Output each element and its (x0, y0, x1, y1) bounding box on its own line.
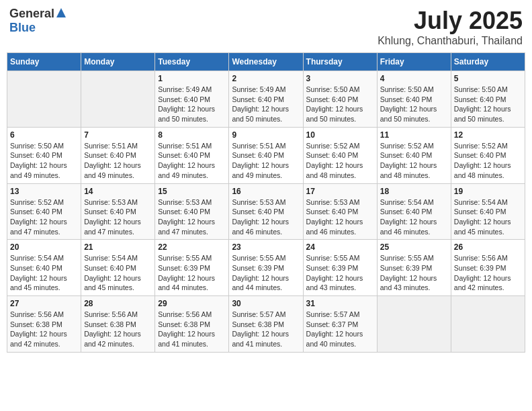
day-info: Sunrise: 5:51 AMSunset: 6:40 PMDaylight:… (158, 141, 226, 181)
day-number: 5 (454, 74, 522, 83)
calendar-cell: 12Sunrise: 5:52 AMSunset: 6:40 PMDayligh… (451, 127, 525, 183)
day-number: 14 (84, 187, 152, 196)
weekday-header-tuesday: Tuesday (155, 53, 229, 71)
day-number: 11 (380, 130, 448, 140)
day-number: 16 (232, 187, 300, 196)
calendar-cell: 2Sunrise: 5:49 AMSunset: 6:40 PMDaylight… (229, 71, 303, 128)
day-number: 8 (158, 130, 226, 140)
day-number: 27 (10, 299, 78, 308)
svg-marker-0 (56, 8, 66, 17)
calendar-cell: 25Sunrise: 5:55 AMSunset: 6:39 PMDayligh… (377, 240, 451, 296)
calendar-cell: 29Sunrise: 5:56 AMSunset: 6:38 PMDayligh… (155, 296, 229, 353)
day-info: Sunrise: 5:55 AMSunset: 6:39 PMDaylight:… (158, 253, 226, 293)
calendar-cell: 22Sunrise: 5:55 AMSunset: 6:39 PMDayligh… (155, 240, 229, 296)
title-section: July 2025 Khlung, Chanthaburi, Thailand (378, 7, 523, 47)
calendar-cell (377, 296, 451, 353)
day-number: 4 (380, 74, 448, 83)
day-number: 12 (454, 130, 522, 140)
weekday-header-thursday: Thursday (303, 53, 377, 71)
day-number: 2 (232, 74, 300, 83)
weekday-header-friday: Friday (377, 53, 451, 71)
day-number: 9 (232, 130, 300, 140)
day-number: 15 (158, 187, 226, 196)
day-info: Sunrise: 5:50 AMSunset: 6:40 PMDaylight:… (380, 85, 448, 124)
logo: General Blue (9, 7, 66, 35)
day-info: Sunrise: 5:56 AMSunset: 6:38 PMDaylight:… (10, 310, 78, 349)
day-info: Sunrise: 5:52 AMSunset: 6:40 PMDaylight:… (306, 141, 374, 181)
location-title: Khlung, Chanthaburi, Thailand (378, 35, 523, 47)
day-info: Sunrise: 5:51 AMSunset: 6:40 PMDaylight:… (232, 141, 300, 181)
day-info: Sunrise: 5:54 AMSunset: 6:40 PMDaylight:… (84, 253, 152, 293)
day-number: 29 (158, 299, 226, 308)
calendar-cell: 17Sunrise: 5:53 AMSunset: 6:40 PMDayligh… (303, 183, 377, 240)
calendar-cell: 11Sunrise: 5:52 AMSunset: 6:40 PMDayligh… (377, 127, 451, 183)
calendar-cell: 26Sunrise: 5:56 AMSunset: 6:39 PMDayligh… (451, 240, 525, 296)
calendar-cell: 5Sunrise: 5:50 AMSunset: 6:40 PMDaylight… (451, 71, 525, 128)
calendar-cell: 7Sunrise: 5:51 AMSunset: 6:40 PMDaylight… (81, 127, 155, 183)
day-number: 31 (306, 299, 374, 308)
day-number: 7 (84, 130, 152, 140)
day-info: Sunrise: 5:55 AMSunset: 6:39 PMDaylight:… (380, 253, 448, 293)
calendar-cell: 3Sunrise: 5:50 AMSunset: 6:40 PMDaylight… (303, 71, 377, 128)
day-info: Sunrise: 5:51 AMSunset: 6:40 PMDaylight:… (84, 141, 152, 181)
day-number: 19 (454, 187, 522, 196)
calendar: SundayMondayTuesdayWednesdayThursdayFrid… (7, 52, 525, 353)
calendar-cell: 16Sunrise: 5:53 AMSunset: 6:40 PMDayligh… (229, 183, 303, 240)
day-info: Sunrise: 5:50 AMSunset: 6:40 PMDaylight:… (454, 85, 522, 124)
calendar-cell: 24Sunrise: 5:55 AMSunset: 6:39 PMDayligh… (303, 240, 377, 296)
day-info: Sunrise: 5:53 AMSunset: 6:40 PMDaylight:… (306, 197, 374, 237)
calendar-cell: 8Sunrise: 5:51 AMSunset: 6:40 PMDaylight… (155, 127, 229, 183)
day-info: Sunrise: 5:57 AMSunset: 6:37 PMDaylight:… (306, 310, 374, 349)
day-number: 10 (306, 130, 374, 140)
weekday-header-wednesday: Wednesday (229, 53, 303, 71)
logo-triangle (56, 7, 66, 21)
day-info: Sunrise: 5:56 AMSunset: 6:38 PMDaylight:… (158, 310, 226, 349)
day-info: Sunrise: 5:49 AMSunset: 6:40 PMDaylight:… (158, 85, 226, 124)
day-number: 20 (10, 242, 78, 252)
day-info: Sunrise: 5:56 AMSunset: 6:38 PMDaylight:… (84, 310, 152, 349)
calendar-cell: 14Sunrise: 5:53 AMSunset: 6:40 PMDayligh… (81, 183, 155, 240)
calendar-cell (7, 71, 81, 128)
day-info: Sunrise: 5:53 AMSunset: 6:40 PMDaylight:… (232, 197, 300, 237)
day-number: 13 (10, 187, 78, 196)
calendar-cell: 15Sunrise: 5:53 AMSunset: 6:40 PMDayligh… (155, 183, 229, 240)
weekday-header-saturday: Saturday (451, 53, 525, 71)
day-info: Sunrise: 5:53 AMSunset: 6:40 PMDaylight:… (84, 197, 152, 237)
day-info: Sunrise: 5:52 AMSunset: 6:40 PMDaylight:… (380, 141, 448, 181)
calendar-cell: 4Sunrise: 5:50 AMSunset: 6:40 PMDaylight… (377, 71, 451, 128)
calendar-cell: 10Sunrise: 5:52 AMSunset: 6:40 PMDayligh… (303, 127, 377, 183)
day-number: 30 (232, 299, 300, 308)
calendar-cell: 27Sunrise: 5:56 AMSunset: 6:38 PMDayligh… (7, 296, 81, 353)
day-number: 28 (84, 299, 152, 308)
day-info: Sunrise: 5:52 AMSunset: 6:40 PMDaylight:… (10, 197, 78, 237)
day-number: 25 (380, 242, 448, 252)
calendar-cell: 23Sunrise: 5:55 AMSunset: 6:39 PMDayligh… (229, 240, 303, 296)
calendar-cell: 20Sunrise: 5:54 AMSunset: 6:40 PMDayligh… (7, 240, 81, 296)
calendar-cell: 9Sunrise: 5:51 AMSunset: 6:40 PMDaylight… (229, 127, 303, 183)
calendar-cell: 1Sunrise: 5:49 AMSunset: 6:40 PMDaylight… (155, 71, 229, 128)
calendar-cell (451, 296, 525, 353)
day-number: 24 (306, 242, 374, 252)
day-number: 23 (232, 242, 300, 252)
day-number: 17 (306, 187, 374, 196)
day-number: 18 (380, 187, 448, 196)
calendar-cell: 30Sunrise: 5:57 AMSunset: 6:38 PMDayligh… (229, 296, 303, 353)
calendar-cell: 31Sunrise: 5:57 AMSunset: 6:37 PMDayligh… (303, 296, 377, 353)
calendar-cell: 28Sunrise: 5:56 AMSunset: 6:38 PMDayligh… (81, 296, 155, 353)
day-info: Sunrise: 5:57 AMSunset: 6:38 PMDaylight:… (232, 310, 300, 349)
logo-general: General (9, 7, 54, 21)
day-number: 22 (158, 242, 226, 252)
day-info: Sunrise: 5:55 AMSunset: 6:39 PMDaylight:… (232, 253, 300, 293)
day-number: 3 (306, 74, 374, 83)
calendar-cell: 19Sunrise: 5:54 AMSunset: 6:40 PMDayligh… (451, 183, 525, 240)
day-number: 21 (84, 242, 152, 252)
header: General Blue July 2025 Khlung, Chanthabu… (7, 7, 525, 47)
calendar-cell: 13Sunrise: 5:52 AMSunset: 6:40 PMDayligh… (7, 183, 81, 240)
calendar-cell (81, 71, 155, 128)
day-info: Sunrise: 5:53 AMSunset: 6:40 PMDaylight:… (158, 197, 226, 237)
day-info: Sunrise: 5:54 AMSunset: 6:40 PMDaylight:… (10, 253, 78, 293)
day-info: Sunrise: 5:52 AMSunset: 6:40 PMDaylight:… (454, 141, 522, 181)
day-info: Sunrise: 5:50 AMSunset: 6:40 PMDaylight:… (306, 85, 374, 124)
weekday-header-monday: Monday (81, 53, 155, 71)
weekday-header-sunday: Sunday (7, 53, 81, 71)
